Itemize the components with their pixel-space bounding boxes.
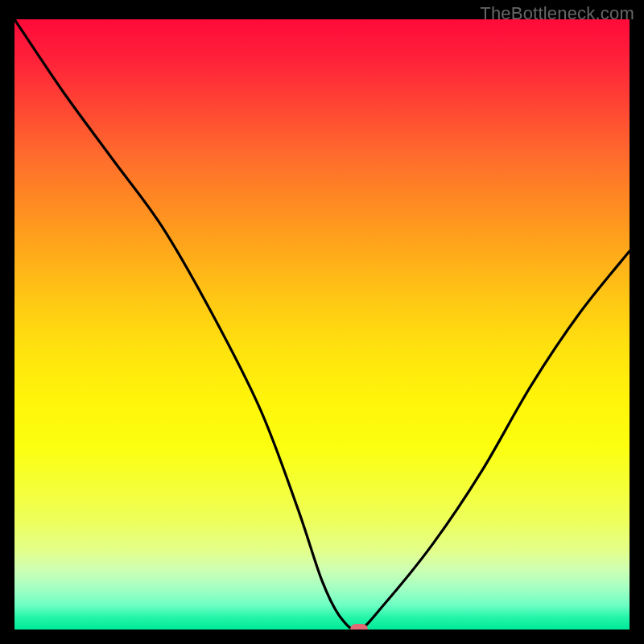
optimal-point-marker <box>350 624 368 630</box>
bottleneck-curve <box>14 19 630 630</box>
watermark-text: TheBottleneck.com <box>480 3 634 24</box>
plot-area <box>14 19 630 630</box>
chart-frame: TheBottleneck.com <box>0 0 644 644</box>
